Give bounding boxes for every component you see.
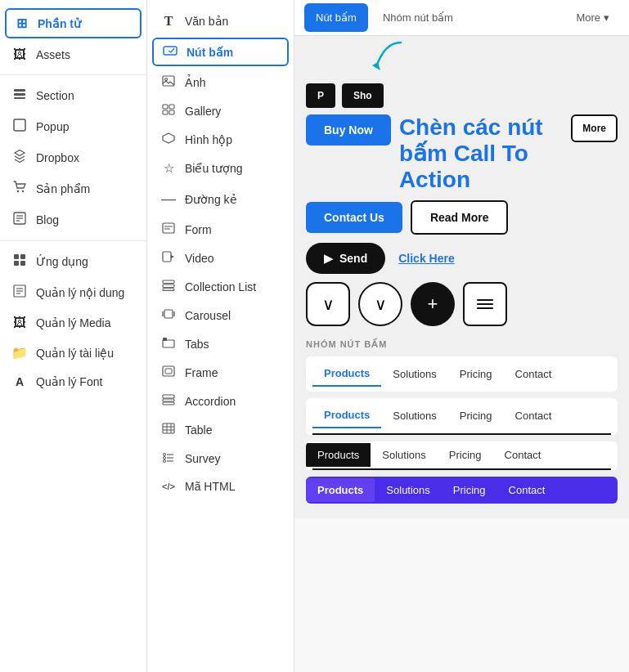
- content-icon: [11, 284, 28, 301]
- plus-btn-filled[interactable]: +: [411, 282, 455, 326]
- svg-rect-32: [164, 310, 173, 318]
- click-here-button[interactable]: Click Here: [398, 252, 454, 265]
- middle-item-bieu-tuong[interactable]: ☆ Biểu tượng: [147, 154, 294, 183]
- primary-black-button[interactable]: P: [306, 83, 335, 108]
- svg-rect-25: [163, 223, 174, 233]
- menu-btn[interactable]: [463, 282, 507, 326]
- read-more-button[interactable]: Read More: [411, 200, 509, 235]
- middle-item-frame[interactable]: Frame: [147, 358, 294, 387]
- tab-products-3[interactable]: Products: [306, 443, 371, 467]
- gallery-icon: [160, 104, 177, 118]
- svg-rect-11: [20, 254, 25, 259]
- send-button[interactable]: ▶ Send: [306, 243, 385, 274]
- section-icon: [11, 87, 28, 104]
- tab-pricing-4[interactable]: Pricing: [442, 478, 497, 502]
- sidebar-item-dropbox[interactable]: Dropbox: [0, 142, 146, 173]
- middle-item-tabs[interactable]: Tabs: [147, 329, 294, 358]
- middle-item-label: Gallery: [185, 105, 221, 118]
- sidebar-item-popup[interactable]: Popup: [0, 111, 146, 142]
- tab-pricing-1[interactable]: Pricing: [448, 362, 504, 386]
- sidebar-item-quan-ly-font[interactable]: A Quản lý Font: [0, 368, 146, 396]
- tab-group-1: Products Solutions Pricing Contact: [306, 356, 618, 392]
- tab-nut-bam[interactable]: Nút bấm: [304, 3, 368, 32]
- middle-item-label: Accordion: [185, 395, 236, 408]
- tab-nhom-nut-bam[interactable]: Nhóm nút bấm: [371, 3, 465, 32]
- carousel-icon: [160, 308, 177, 322]
- middle-item-table[interactable]: Table: [147, 415, 294, 444]
- sidebar-item-quan-ly-media[interactable]: 🖼 Quản lý Media: [0, 308, 146, 338]
- contact-us-button[interactable]: Contact Us: [306, 202, 402, 233]
- svg-rect-31: [163, 289, 174, 291]
- cta-text-block: Buy Now Chèn các nút bấm Call To Action …: [306, 114, 618, 200]
- middle-item-collection-list[interactable]: Collection List: [147, 272, 294, 301]
- middle-item-form[interactable]: Form: [147, 215, 294, 244]
- tab-products-2[interactable]: Products: [312, 403, 381, 428]
- tab-group-4: Products Solutions Pricing Contact: [306, 477, 618, 504]
- sidebar-item-label: Quản lý Media: [36, 316, 110, 329]
- middle-item-hinh-hop[interactable]: Hình hộp: [147, 125, 294, 154]
- popup-icon: [11, 119, 28, 135]
- middle-item-nut-bam[interactable]: Nút bấm: [152, 38, 289, 66]
- plus-icon: +: [428, 293, 438, 315]
- cta-heading: Chèn các nút bấm Call To Action: [399, 114, 543, 192]
- sidebar-item-assets[interactable]: 🖼 Assets: [0, 40, 146, 69]
- button-row-3: ▶ Send Click Here: [306, 243, 618, 274]
- tab-contact-2[interactable]: Contact: [504, 404, 564, 428]
- tab-pricing-2[interactable]: Pricing: [448, 404, 504, 428]
- sidebar-item-quan-ly-noi-dung[interactable]: Quản lý nội dung: [0, 277, 146, 308]
- buy-now-button[interactable]: Buy Now: [306, 114, 391, 146]
- sidebar-item-ung-dung[interactable]: Ứng dụng: [0, 246, 146, 277]
- chevron-icon: ∨: [322, 294, 335, 314]
- tab-contact-3[interactable]: Contact: [493, 443, 553, 467]
- middle-item-label: Carousel: [185, 309, 231, 322]
- tab-separator-3: [312, 468, 611, 470]
- tab-solutions-4[interactable]: Solutions: [375, 478, 441, 502]
- svg-rect-23: [163, 110, 168, 114]
- show-button[interactable]: Sho: [342, 83, 384, 108]
- chevron-down-btn-circle[interactable]: ∨: [358, 282, 402, 326]
- chevron-down-icon: ▾: [604, 11, 609, 24]
- box-icon: [160, 132, 177, 146]
- middle-item-accordion[interactable]: Accordion: [147, 387, 294, 415]
- sidebar-item-label: Ứng dụng: [36, 255, 88, 268]
- tab-group-2: Products Solutions Pricing Contact: [306, 398, 618, 435]
- sidebar-item-section[interactable]: Section: [0, 80, 146, 111]
- frame-icon: [160, 365, 177, 379]
- tab-contact-1[interactable]: Contact: [504, 362, 564, 386]
- middle-item-gallery[interactable]: Gallery: [147, 96, 294, 125]
- tab-solutions-2[interactable]: Solutions: [381, 404, 447, 428]
- tab-solutions-1[interactable]: Solutions: [381, 362, 447, 386]
- section-label: NHÓM NÚT BẤM: [306, 339, 618, 350]
- svg-rect-3: [14, 119, 25, 131]
- svg-rect-42: [163, 423, 174, 433]
- tab-products-4[interactable]: Products: [306, 478, 375, 502]
- chevron-icon-2: ∨: [375, 294, 387, 314]
- sidebar-item-san-pham[interactable]: Sản phẩm: [0, 173, 146, 204]
- middle-item-label: Table: [185, 423, 212, 437]
- sidebar-item-phan-tu[interactable]: ⊞ Phần tử: [5, 8, 142, 38]
- middle-item-video[interactable]: Video: [147, 244, 294, 272]
- tab-more-button[interactable]: More ▾: [566, 7, 619, 29]
- middle-item-anh[interactable]: Ảnh: [147, 68, 294, 96]
- tab-pricing-3[interactable]: Pricing: [438, 443, 493, 467]
- svg-point-5: [22, 190, 24, 192]
- sidebar-item-blog[interactable]: Blog: [0, 204, 146, 235]
- dropbox-icon: [11, 150, 28, 166]
- svg-rect-29: [163, 280, 174, 284]
- tab-products-1[interactable]: Products: [312, 361, 381, 387]
- chevron-down-btn-square[interactable]: ∨: [306, 282, 350, 326]
- tab-solutions-3[interactable]: Solutions: [371, 443, 437, 467]
- middle-item-survey[interactable]: Survey: [147, 444, 294, 473]
- middle-item-ma-html[interactable]: </> Mã HTML: [147, 473, 294, 500]
- collection-icon: [160, 280, 177, 293]
- middle-item-van-ban[interactable]: T Văn bản: [147, 7, 294, 36]
- middle-item-duong-ke[interactable]: — Đường kẻ: [147, 183, 294, 215]
- sidebar-divider-2: [0, 240, 146, 241]
- middle-item-carousel[interactable]: Carousel: [147, 301, 294, 329]
- cta-big-text: Chèn các nút bấm Call To Action: [399, 114, 563, 194]
- more-button[interactable]: More: [571, 114, 618, 142]
- tab-contact-4[interactable]: Contact: [497, 478, 557, 502]
- middle-item-label: Frame: [185, 366, 218, 379]
- sidebar-item-label: Dropbox: [36, 151, 79, 164]
- sidebar-item-quan-ly-tai-lieu[interactable]: 📁 Quản lý tài liệu: [0, 338, 146, 368]
